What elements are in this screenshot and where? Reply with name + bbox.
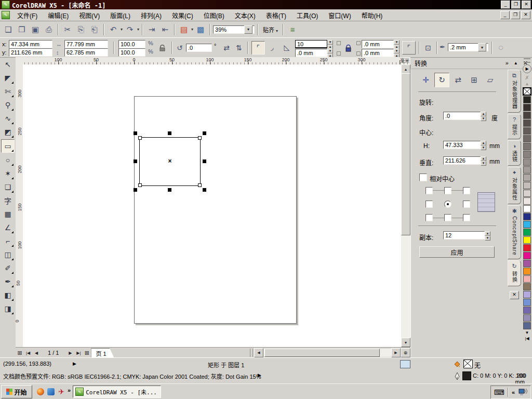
fill-none-swatch[interactable] — [463, 360, 473, 368]
first-page-button[interactable]: |◀ — [24, 349, 32, 357]
selection-handle-middle-left[interactable] — [134, 159, 137, 163]
wrap-text-button[interactable]: ⊡ — [422, 42, 434, 54]
paste-button[interactable]: ⎗ — [88, 23, 101, 36]
rotation-angle-input[interactable]: .0 — [186, 44, 212, 52]
scalloped-corner-button[interactable]: ◞ — [266, 41, 278, 54]
corner-tl-dropdown[interactable]: ▼ — [327, 40, 333, 45]
snap-to-button[interactable]: 贴齐 ▾ — [261, 25, 280, 34]
apply-button[interactable]: 应用 — [419, 246, 495, 258]
basic-shapes-tool[interactable]: ❏ — [2, 181, 14, 193]
rectangle-tool[interactable]: ▭ — [1, 139, 15, 153]
copies-spindown[interactable]: ▼ — [485, 236, 490, 241]
transform-rotate-button[interactable]: ↻ — [434, 73, 449, 87]
launcher-dropdown[interactable]: ▾ — [191, 28, 193, 32]
undo-dropdown[interactable]: ▾ — [121, 28, 123, 32]
welcome-screen-button[interactable]: ▩ — [194, 23, 207, 36]
palette-scroll-down-arrow[interactable]: ▼ — [522, 330, 532, 335]
docker-collapse-button[interactable]: ▲ — [514, 61, 518, 65]
scale-corners-button[interactable]: ⌜ — [402, 41, 416, 55]
selection-handle-bottom-right[interactable] — [203, 188, 206, 192]
restore-button[interactable]: ❐ — [511, 1, 521, 9]
color-swatch[interactable] — [523, 322, 531, 329]
angle-input[interactable]: .0 — [443, 112, 481, 120]
color-swatch[interactable] — [523, 205, 531, 212]
scroll-up-arrow[interactable]: ▲ — [401, 64, 410, 74]
blend-tool[interactable]: ◫ — [2, 248, 14, 261]
start-button[interactable]: 开始 — [1, 385, 32, 398]
color-swatch[interactable] — [523, 119, 531, 127]
docker-tab-conceptshare[interactable]: ✱ ConceptShare — [508, 205, 521, 259]
menu-item[interactable]: 编辑(E) — [43, 9, 74, 21]
input-method-keyboard-icon[interactable]: ⌨ — [494, 388, 504, 396]
corner-node-top-right[interactable] — [198, 136, 202, 140]
selection-handle-middle-right[interactable] — [203, 159, 206, 163]
color-swatch[interactable] — [523, 252, 531, 259]
horizontal-ruler[interactable]: 10050050100150200250300 毫米 — [23, 57, 410, 65]
tray-collapse-chevron[interactable]: « — [512, 389, 515, 395]
corner-toggle-br[interactable] — [356, 51, 361, 56]
application-launcher-button[interactable]: ▤ — [178, 23, 190, 36]
corner-tr-dropdown[interactable]: ▼ — [394, 40, 400, 45]
minimize-button[interactable]: _ — [501, 1, 510, 9]
scroll-left-arrow[interactable]: ◀ — [254, 348, 263, 357]
transform-skew-button[interactable]: ▱ — [483, 73, 498, 87]
color-swatch[interactable] — [523, 229, 531, 236]
center-v-spindown[interactable]: ▼ — [481, 161, 486, 166]
interactive-fill-tool[interactable]: ◨ — [2, 302, 14, 315]
anchor-top-center[interactable] — [444, 187, 451, 194]
anchor-bottom-center[interactable] — [444, 214, 451, 221]
color-swatch[interactable] — [523, 127, 531, 135]
copies-spinup[interactable]: ▲ — [485, 231, 490, 236]
import-button[interactable]: ⇥ — [145, 23, 158, 36]
corner-br-dropdown[interactable]: ▼ — [394, 49, 400, 54]
color-swatch[interactable] — [523, 213, 531, 220]
transform-position-button[interactable]: ✛ — [418, 73, 433, 87]
center-v-input[interactable]: 211.626 — [443, 156, 481, 165]
corner-node-top-left[interactable] — [138, 136, 142, 140]
scroll-down-arrow[interactable]: ▼ — [401, 338, 410, 347]
polygon-tool[interactable]: ✶ — [2, 167, 14, 180]
no-color-swatch[interactable] — [523, 87, 531, 96]
horizontal-scroll-thumb[interactable] — [264, 349, 380, 357]
media-player-quicklaunch-icon[interactable] — [35, 387, 46, 397]
relative-center-checkbox[interactable] — [419, 174, 427, 181]
color-swatch[interactable] — [523, 190, 531, 197]
copies-input[interactable]: 12 — [443, 231, 485, 240]
last-page-button[interactable]: ▶| — [74, 349, 83, 357]
color-swatch[interactable] — [523, 291, 531, 298]
cut-button[interactable]: ✂ — [61, 23, 74, 36]
dimension-tool[interactable]: ∠ — [2, 221, 14, 234]
menu-item[interactable]: 工具(O) — [291, 9, 323, 21]
taskbar-task-button[interactable]: ✎ CorelDRAW X5 - [未... — [73, 385, 161, 398]
docker-tab-lens[interactable]: ◑ 透镜 — [508, 140, 521, 166]
docker-tab-object-properties[interactable]: ✦ 对象属性 — [508, 167, 521, 204]
center-h-spindown[interactable]: ▼ — [481, 145, 486, 150]
outline-color-swatch[interactable] — [462, 371, 471, 380]
color-swatch[interactable] — [523, 283, 531, 290]
corner-node-bottom-left[interactable] — [138, 183, 142, 187]
add-page-start-button[interactable]: ⊞ — [16, 349, 24, 357]
copy-button[interactable]: ⎘ — [75, 23, 87, 36]
corner-toggle-tr[interactable] — [356, 41, 361, 45]
document-navigator-button[interactable]: ⊕ — [401, 348, 410, 357]
color-swatch[interactable] — [523, 151, 531, 158]
scrollbar-splitter[interactable] — [250, 349, 253, 357]
anchor-bottom-left[interactable] — [425, 214, 433, 221]
color-swatch[interactable] — [523, 96, 531, 103]
selection-handle-top-right[interactable] — [203, 131, 206, 135]
crop-tool[interactable]: ✄ — [2, 85, 14, 98]
undo-button[interactable]: ↶ — [107, 23, 119, 36]
new-document-button[interactable]: ❑ — [2, 23, 15, 36]
menu-item[interactable]: 帮助(H) — [356, 9, 388, 21]
color-swatch[interactable] — [523, 197, 531, 205]
ruler-origin-corner[interactable] — [16, 57, 23, 65]
page-tab[interactable]: 页 1 — [91, 348, 114, 358]
docker-tab-hints[interactable]: ? 提示 — [508, 114, 521, 139]
menu-item[interactable]: 文本(X) — [230, 9, 261, 21]
color-swatch[interactable] — [523, 299, 531, 306]
scale-lock-button[interactable] — [156, 42, 168, 54]
corner-radius-tr-input[interactable]: .0 mm — [362, 40, 394, 48]
save-button[interactable]: ▣ — [29, 23, 42, 36]
selected-rectangle[interactable]: × — [139, 137, 201, 186]
vertical-scrollbar[interactable]: ▲ ▼ — [401, 64, 410, 347]
